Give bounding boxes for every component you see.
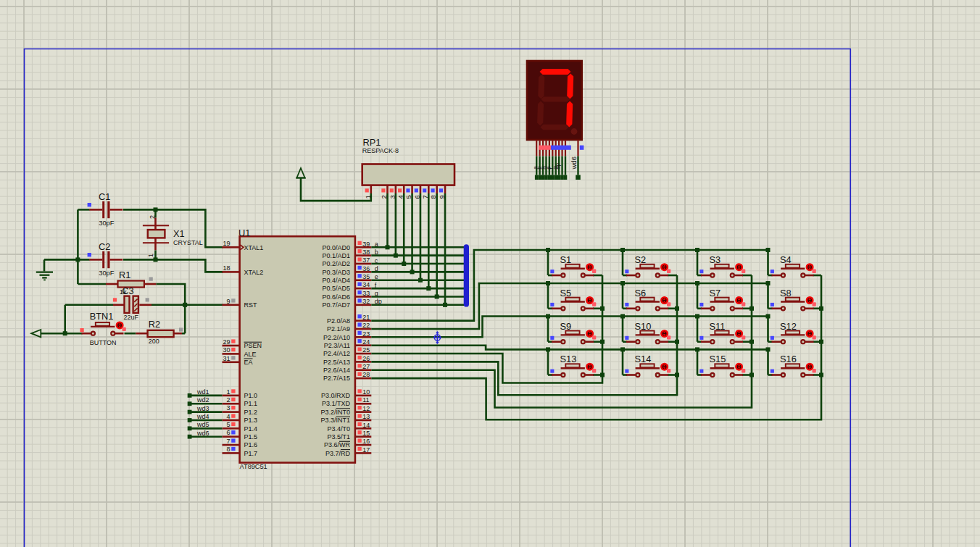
svg-text:30pF: 30pF	[99, 219, 115, 227]
svg-text:1: 1	[147, 254, 154, 257]
svg-text:S6: S6	[635, 288, 647, 298]
svg-text:P0.2/AD2: P0.2/AD2	[322, 260, 350, 267]
svg-text:P3.6/WR: P3.6/WR	[324, 441, 351, 448]
svg-text:wd4: wd4	[196, 413, 209, 420]
svg-text:P3.3/INT1: P3.3/INT1	[320, 417, 350, 424]
svg-text:30pF: 30pF	[99, 269, 115, 277]
svg-text:8: 8	[429, 195, 437, 199]
svg-text:wd1: wd1	[196, 388, 209, 396]
svg-text:2: 2	[380, 195, 388, 199]
svg-text:3: 3	[389, 195, 396, 199]
svg-text:P2.5/A13: P2.5/A13	[323, 359, 350, 366]
svg-text:15: 15	[362, 430, 370, 437]
svg-text:S8: S8	[780, 288, 792, 298]
svg-text:RESPACK-8: RESPACK-8	[362, 147, 399, 154]
svg-text:3: 3	[226, 404, 230, 412]
svg-text:31: 31	[223, 355, 230, 362]
svg-text:S1: S1	[560, 254, 572, 265]
svg-text:30: 30	[223, 346, 230, 354]
svg-text:P0.0/AD0: P0.0/AD0	[322, 244, 350, 251]
svg-text:37: 37	[362, 256, 370, 264]
svg-text:BTN1: BTN1	[90, 311, 114, 322]
svg-text:S4: S4	[780, 254, 792, 265]
svg-text:P1.6: P1.6	[244, 441, 258, 448]
svg-text:P2.7/A15: P2.7/A15	[323, 375, 350, 382]
svg-text:27: 27	[362, 363, 370, 370]
svg-text:35: 35	[362, 273, 370, 280]
svg-text:RP1: RP1	[363, 137, 381, 148]
svg-text:P3.7/RD: P3.7/RD	[325, 450, 351, 457]
svg-text:16: 16	[362, 438, 370, 445]
svg-text:S3: S3	[710, 254, 721, 265]
svg-text:13: 13	[362, 413, 370, 420]
svg-text:X1: X1	[173, 228, 185, 239]
svg-text:R1: R1	[119, 270, 130, 280]
svg-text:22uF: 22uF	[124, 314, 139, 321]
svg-text:S12: S12	[780, 321, 797, 332]
svg-text:S5: S5	[560, 288, 572, 298]
svg-text:P1.0: P1.0	[244, 392, 258, 399]
svg-text:R2: R2	[149, 319, 160, 330]
svg-text:U1: U1	[238, 227, 250, 238]
svg-text:dp: dp	[555, 162, 561, 169]
svg-text:P0.4/AD4: P0.4/AD4	[322, 277, 350, 284]
svg-text:CRYSTAL: CRYSTAL	[173, 239, 203, 246]
svg-text:5: 5	[226, 421, 230, 428]
svg-text:10: 10	[362, 388, 370, 396]
svg-text:P2.3/A11: P2.3/A11	[324, 342, 350, 349]
svg-text:BUTTON: BUTTON	[90, 339, 117, 346]
svg-text:wd5: wd5	[196, 421, 209, 428]
svg-text:29: 29	[223, 338, 230, 346]
svg-text:7: 7	[226, 438, 230, 445]
svg-text:17: 17	[362, 446, 370, 454]
svg-text:S7: S7	[710, 288, 721, 298]
svg-text:P2.1/A9: P2.1/A9	[327, 325, 350, 333]
svg-text:S14: S14	[635, 354, 652, 364]
svg-text:PSEN: PSEN	[244, 342, 262, 349]
svg-text:P3.1/TXD: P3.1/TXD	[322, 400, 351, 407]
svg-text:P0.5/AD5: P0.5/AD5	[322, 285, 350, 292]
svg-text:P3.4/T0: P3.4/T0	[327, 425, 350, 433]
svg-text:P0.6/AD6: P0.6/AD6	[322, 293, 350, 301]
svg-text:4: 4	[396, 195, 404, 199]
svg-text:P0.1/AD1: P0.1/AD1	[322, 252, 350, 259]
svg-text:32: 32	[362, 298, 370, 305]
svg-text:C2: C2	[99, 241, 110, 252]
svg-text:9: 9	[438, 195, 446, 199]
svg-text:wd2: wd2	[196, 396, 209, 404]
svg-text:P1.1: P1.1	[244, 400, 258, 407]
svg-text:28: 28	[362, 371, 370, 378]
svg-text:39: 39	[362, 241, 370, 248]
svg-text:14: 14	[362, 422, 370, 429]
svg-text:34: 34	[362, 281, 370, 288]
svg-text:wd6: wd6	[570, 156, 578, 170]
svg-text:S16: S16	[780, 354, 797, 364]
svg-text:6: 6	[413, 195, 421, 199]
svg-text:P2.4/A12: P2.4/A12	[323, 350, 350, 357]
svg-text:P1.5: P1.5	[244, 433, 258, 440]
svg-text:S13: S13	[560, 354, 577, 364]
svg-text:S10: S10	[635, 321, 652, 332]
svg-text:26: 26	[362, 355, 370, 362]
svg-text:23: 23	[362, 330, 370, 338]
svg-text:ALE: ALE	[244, 351, 257, 358]
svg-text:P1.3: P1.3	[244, 417, 258, 424]
svg-text:wd3: wd3	[196, 405, 209, 412]
svg-text:33: 33	[362, 290, 370, 297]
svg-text:EA: EA	[244, 359, 253, 366]
svg-text:XTAL1: XTAL1	[244, 244, 264, 251]
svg-text:P1.4: P1.4	[244, 425, 258, 433]
svg-text:P3.2/INT0: P3.2/INT0	[320, 409, 350, 416]
svg-text:18: 18	[223, 264, 230, 272]
svg-text:8: 8	[226, 446, 230, 453]
svg-text:11: 11	[362, 396, 369, 404]
svg-text:wd6: wd6	[196, 430, 209, 437]
svg-text:P3.0/RXD: P3.0/RXD	[321, 392, 351, 399]
svg-text:6: 6	[226, 429, 230, 436]
svg-text:25: 25	[362, 346, 370, 354]
svg-text:P0.7/AD7: P0.7/AD7	[322, 301, 350, 309]
svg-text:AT89C51: AT89C51	[240, 463, 267, 470]
svg-text:S11: S11	[710, 321, 726, 332]
svg-text:5: 5	[404, 195, 412, 199]
svg-text:19: 19	[223, 240, 230, 247]
